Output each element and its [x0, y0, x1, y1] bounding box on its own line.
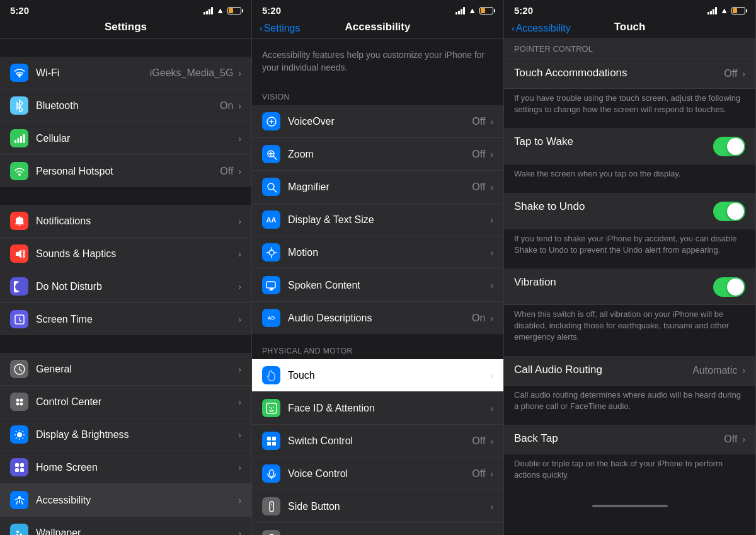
motion-chevron: › — [490, 248, 493, 258]
back-chevron-3: ‹ — [512, 23, 515, 33]
voicecontrol-value: Off — [472, 468, 485, 480]
scroll-area-1[interactable]: Wi-Fi iGeeks_Media_5G › Bluetooth On › — [0, 39, 251, 535]
settings-row-sounds[interactable]: Sounds & Haptics › — [0, 238, 251, 270]
wallpaper-chevron: › — [238, 528, 241, 536]
nav-title-1: Settings — [105, 21, 147, 33]
battery-icon-1 — [227, 7, 241, 14]
settings-row-notifications[interactable]: Notifications › — [0, 205, 251, 238]
svg-rect-2 — [20, 136, 22, 143]
back-label-3: Accessibility — [516, 23, 571, 34]
bluetooth-label: Bluetooth — [36, 100, 220, 112]
audiodesc-label: Audio Descriptions — [288, 313, 472, 324]
panel-touch: 5:20 ▲ ‹ Accessibility Touch POINTER CON… — [504, 0, 756, 535]
svg-point-36 — [269, 250, 274, 255]
faceid-label: Face ID & Attention — [288, 403, 490, 414]
settings-group-vision: VoiceOver Off › Zoom Off › — [252, 105, 503, 334]
donotdisturb-chevron: › — [238, 282, 241, 292]
voicecontrol-icon — [262, 464, 280, 483]
taptowake-toggle[interactable] — [713, 137, 745, 156]
status-icons-3: ▲ — [707, 6, 745, 15]
settings-row-wallpaper[interactable]: Wallpaper › — [0, 517, 251, 535]
svg-point-25 — [16, 531, 19, 533]
screentime-label: Screen Time — [36, 314, 238, 325]
settings-row-appletvremote[interactable]: Apple TV Remote › — [252, 523, 503, 535]
panel-settings: 5:20 ▲ Settings Wi-Fi — [0, 0, 252, 535]
settings-row-sidebutton[interactable]: Side Button › — [252, 490, 503, 523]
svg-point-10 — [20, 402, 23, 405]
settings-row-displaytextsize[interactable]: AA Display & Text Size › — [252, 204, 503, 236]
settings-group-physical: Touch › Face ID & Attention › — [252, 359, 503, 535]
settings-row-donotdisturb[interactable]: Do Not Disturb › — [0, 270, 251, 303]
displaybrightness-chevron: › — [238, 430, 241, 440]
audiodesc-value: On — [472, 313, 485, 324]
shaketoundo-toggle[interactable] — [713, 202, 745, 221]
touch-label: Touch — [288, 370, 490, 381]
scroll-area-3[interactable]: POINTER CONTROL Touch Accommodations Off… — [504, 39, 755, 535]
zoom-chevron: › — [490, 149, 493, 159]
callaudio-desc: Call audio routing determines where audi… — [504, 386, 755, 418]
backtap-chevron: › — [742, 434, 745, 444]
settings-row-taptowake[interactable]: Tap to Wake — [504, 128, 755, 164]
signal-icon-1 — [203, 7, 213, 14]
back-button-2[interactable]: ‹ Settings — [260, 23, 300, 34]
wifi-chevron: › — [238, 68, 241, 78]
notifications-chevron: › — [238, 216, 241, 226]
settings-row-accessibility[interactable]: Accessibility › — [0, 484, 251, 517]
settings-row-cellular[interactable]: Cellular › — [0, 122, 251, 155]
voiceover-chevron: › — [490, 117, 493, 127]
settings-row-shaketoundo[interactable]: Shake to Undo — [504, 193, 755, 229]
settings-row-homescreen[interactable]: Home Screen › — [0, 451, 251, 484]
svg-rect-21 — [20, 463, 24, 467]
settings-row-touch[interactable]: Touch › — [252, 359, 503, 392]
settings-row-magnifier[interactable]: Magnifier Off › — [252, 171, 503, 204]
callaudio-label: Call Audio Routing — [514, 364, 687, 376]
settings-row-screentime[interactable]: Screen Time › — [0, 303, 251, 335]
settings-row-displaybrightness[interactable]: Display & Brightness › — [0, 418, 251, 451]
settings-group-backtap: Back Tap Off › — [504, 425, 755, 454]
controlcenter-chevron: › — [238, 397, 241, 407]
switchcontrol-value: Off — [472, 435, 485, 447]
settings-row-backtap[interactable]: Back Tap Off › — [504, 425, 755, 454]
settings-row-vibration[interactable]: Vibration — [504, 268, 755, 305]
settings-row-hotspot[interactable]: Personal Hotspot Off › — [0, 155, 251, 187]
settings-row-switchcontrol[interactable]: Switch Control Off › — [252, 425, 503, 457]
settings-row-controlcenter[interactable]: Control Center › — [0, 386, 251, 418]
svg-point-9 — [16, 402, 19, 405]
bluetooth-value: On — [220, 100, 233, 112]
settings-row-faceid[interactable]: Face ID & Attention › — [252, 392, 503, 425]
settings-row-motion[interactable]: Motion › — [252, 236, 503, 269]
settings-row-voiceover[interactable]: VoiceOver Off › — [252, 105, 503, 138]
settings-row-zoom[interactable]: Zoom Off › — [252, 138, 503, 171]
sidebutton-icon — [262, 497, 280, 515]
settings-row-general[interactable]: General › — [0, 353, 251, 386]
back-button-3[interactable]: ‹ Accessibility — [512, 23, 571, 34]
zoom-value: Off — [472, 149, 485, 160]
nav-title-2: Accessibility — [345, 21, 411, 33]
settings-group-notifications: Notifications › Sounds & Haptics › — [0, 205, 251, 335]
settings-group-taptowake: Tap to Wake — [504, 128, 755, 164]
zoom-label: Zoom — [288, 149, 472, 160]
settings-row-callaudio[interactable]: Call Audio Routing Automatic › — [504, 356, 755, 386]
motion-icon — [262, 243, 280, 262]
status-bar-2: 5:20 ▲ — [252, 0, 503, 18]
vibration-toggle[interactable] — [713, 277, 745, 297]
settings-row-bluetooth[interactable]: Bluetooth On › — [0, 89, 251, 122]
settings-row-spokencontent[interactable]: Spoken Content › — [252, 269, 503, 302]
status-icons-1: ▲ — [203, 6, 241, 15]
settings-row-touchaccom[interactable]: Touch Accommodations Off › — [504, 59, 755, 89]
settings-row-audiodesc[interactable]: AD Audio Descriptions On › — [252, 302, 503, 334]
screentime-chevron: › — [238, 314, 241, 325]
controlcenter-icon — [10, 393, 28, 411]
battery-icon-2 — [479, 7, 493, 14]
displaytextsize-icon: AA — [262, 210, 280, 229]
status-bar-3: 5:20 ▲ — [504, 0, 755, 18]
signal-icon-2 — [455, 7, 465, 14]
scroll-area-2[interactable]: Accessibility features help you customiz… — [252, 39, 503, 535]
taptowake-label: Tap to Wake — [514, 135, 708, 148]
svg-rect-37 — [266, 282, 275, 288]
status-icons-2: ▲ — [455, 6, 493, 15]
settings-row-voicecontrol[interactable]: Voice Control Off › — [252, 457, 503, 490]
settings-group-callaudio: Call Audio Routing Automatic › — [504, 356, 755, 386]
hotspot-value: Off — [220, 166, 233, 177]
settings-row-wifi[interactable]: Wi-Fi iGeeks_Media_5G › — [0, 57, 251, 89]
